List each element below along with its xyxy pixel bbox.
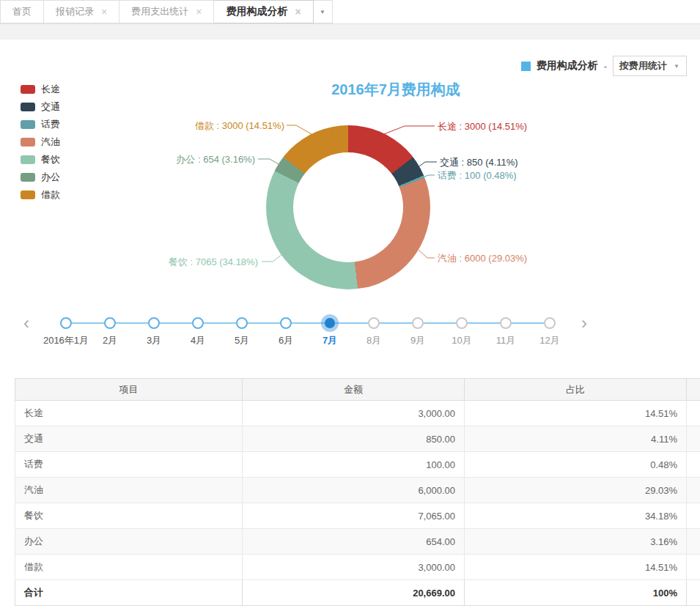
timeline-track bbox=[66, 322, 550, 324]
cell-extra bbox=[687, 426, 700, 452]
cell-amount: 654.00 bbox=[243, 529, 465, 555]
timeline-node-10月[interactable] bbox=[456, 317, 468, 329]
tab-list-dropdown-button[interactable]: ▼ bbox=[314, 0, 333, 23]
cell-ratio: 34.18% bbox=[465, 503, 687, 529]
col-header-ratio: 占比 bbox=[465, 379, 687, 401]
tab-2[interactable]: 费用支出统计× bbox=[119, 0, 214, 23]
cell-ratio: 14.51% bbox=[465, 555, 687, 580]
statistics-mode-value: 按费用统计 bbox=[619, 59, 667, 73]
legend-label: 汽油 bbox=[41, 136, 60, 149]
cell-amount: 6,000.00 bbox=[243, 478, 465, 503]
timeline-next-button[interactable]: › bbox=[581, 314, 587, 333]
legend-swatch-icon bbox=[21, 120, 35, 129]
close-icon[interactable]: × bbox=[295, 7, 301, 17]
cell-amount: 7,065.00 bbox=[243, 503, 465, 529]
cell-amount: 3,000.00 bbox=[243, 555, 465, 580]
cell-ratio: 29.03% bbox=[465, 478, 687, 503]
timeline-node-6月[interactable] bbox=[280, 317, 292, 329]
header-separator: - bbox=[604, 61, 607, 72]
tab-label: 首页 bbox=[12, 5, 32, 18]
chart-header: 费用构成分析 - 按费用统计 ▼ bbox=[521, 56, 687, 76]
chevron-down-icon: ▼ bbox=[674, 63, 679, 70]
legend-item-话费[interactable]: 话费 bbox=[21, 116, 60, 133]
timeline-node-2016年1月[interactable] bbox=[60, 317, 72, 329]
slice-label-jiekuan: 借款 : 3000 (14.51%) bbox=[195, 119, 284, 133]
expense-analysis-panel: 费用构成分析 - 按费用统计 ▼ 长途交通话费汽油餐饮办公借款 2016年7月费… bbox=[0, 40, 700, 611]
cell-amount: 850.00 bbox=[243, 426, 465, 452]
legend-swatch-icon bbox=[21, 173, 35, 182]
slice-label-jiaotong: 交通 : 850 (4.11%) bbox=[440, 156, 518, 169]
legend-swatch-icon bbox=[21, 103, 35, 111]
cell-extra bbox=[687, 478, 700, 503]
tab-3[interactable]: 费用构成分析× bbox=[214, 0, 313, 23]
timeline-node-3月[interactable] bbox=[148, 317, 160, 329]
cell-item: 办公 bbox=[15, 529, 243, 555]
timeline-node-2月[interactable] bbox=[104, 317, 116, 329]
tab-label: 费用构成分析 bbox=[226, 5, 287, 18]
table-header: 项目 金额 占比 bbox=[15, 379, 700, 401]
close-icon[interactable]: × bbox=[101, 7, 107, 17]
legend-label: 长途 bbox=[41, 83, 60, 96]
tab-1[interactable]: 报销记录× bbox=[44, 0, 119, 23]
tab-label: 报销记录 bbox=[56, 5, 94, 18]
chart-title: 2016年7月费用构成 bbox=[249, 80, 542, 100]
table-row-total: 合计20,669.00100% bbox=[15, 580, 700, 606]
slice-label-qiyou: 汽油 : 6000 (29.03%) bbox=[438, 252, 527, 265]
cell-item: 长途 bbox=[15, 401, 243, 426]
legend-swatch-icon bbox=[21, 190, 35, 199]
timeline-node-5月[interactable] bbox=[236, 317, 248, 329]
timeline-node-8月[interactable] bbox=[368, 317, 380, 329]
legend-label: 办公 bbox=[41, 171, 60, 184]
table-row-长途: 长途3,000.0014.51% bbox=[15, 401, 700, 426]
cell-extra bbox=[687, 452, 700, 478]
table-row-办公: 办公654.003.16% bbox=[15, 529, 700, 555]
legend-item-办公[interactable]: 办公 bbox=[21, 169, 60, 186]
legend-swatch-icon bbox=[21, 155, 35, 164]
table-row-交通: 交通850.004.11% bbox=[15, 426, 700, 452]
slice-label-bangong: 办公 : 654 (3.16%) bbox=[176, 153, 255, 166]
timeline-node-11月[interactable] bbox=[500, 317, 512, 329]
expense-table: 项目 金额 占比 长途3,000.0014.51%交通850.004.11%话费… bbox=[15, 378, 700, 606]
legend-label: 借款 bbox=[41, 188, 60, 201]
legend-item-餐饮[interactable]: 餐饮 bbox=[21, 151, 60, 169]
table-row-餐饮: 餐饮7,065.0034.18% bbox=[15, 503, 700, 529]
legend-swatch-icon bbox=[21, 138, 35, 147]
series-color-icon bbox=[521, 62, 531, 71]
legend-item-汽油[interactable]: 汽油 bbox=[21, 133, 60, 151]
cell-item: 合计 bbox=[15, 580, 243, 606]
legend-label: 交通 bbox=[41, 100, 60, 114]
table-row-话费: 话费100.000.48% bbox=[15, 452, 700, 478]
cell-ratio: 4.11% bbox=[465, 426, 687, 452]
tab-label: 费用支出统计 bbox=[131, 5, 188, 18]
cell-item: 餐饮 bbox=[15, 503, 243, 529]
cell-extra bbox=[687, 580, 700, 606]
cell-item: 交通 bbox=[15, 426, 243, 452]
cell-ratio: 0.48% bbox=[465, 452, 687, 478]
timeline-node-4月[interactable] bbox=[192, 317, 204, 329]
legend-item-长途[interactable]: 长途 bbox=[21, 81, 60, 98]
chevron-down-icon: ▼ bbox=[320, 9, 325, 15]
tab-bar: 首页报销记录×费用支出统计×费用构成分析× ▼ bbox=[0, 0, 700, 24]
legend-item-交通[interactable]: 交通 bbox=[21, 98, 60, 116]
timeline-node-7月[interactable] bbox=[321, 314, 339, 332]
cell-item: 汽油 bbox=[15, 478, 243, 503]
timeline-node-9月[interactable] bbox=[412, 317, 424, 329]
chart-header-title: 费用构成分析 bbox=[537, 59, 598, 73]
table-row-汽油: 汽油6,000.0029.03% bbox=[15, 478, 700, 503]
cell-item: 借款 bbox=[15, 555, 243, 580]
legend-label: 餐饮 bbox=[41, 153, 60, 166]
timeline-label-12月[interactable]: 12月 bbox=[519, 334, 581, 347]
cell-extra bbox=[687, 529, 700, 555]
cell-extra bbox=[687, 401, 700, 426]
legend-item-借款[interactable]: 借款 bbox=[21, 186, 60, 204]
cell-item: 话费 bbox=[15, 452, 243, 478]
timeline-prev-button[interactable]: ‹ bbox=[23, 314, 29, 333]
cell-ratio: 3.16% bbox=[465, 529, 687, 555]
timeline-node-12月[interactable] bbox=[544, 317, 556, 329]
donut-chart-hole bbox=[293, 152, 403, 262]
col-header-amount: 金额 bbox=[243, 379, 465, 401]
cell-extra bbox=[687, 503, 700, 529]
tab-0[interactable]: 首页 bbox=[0, 0, 44, 23]
close-icon[interactable]: × bbox=[196, 7, 202, 17]
statistics-mode-select[interactable]: 按费用统计 ▼ bbox=[613, 56, 687, 76]
